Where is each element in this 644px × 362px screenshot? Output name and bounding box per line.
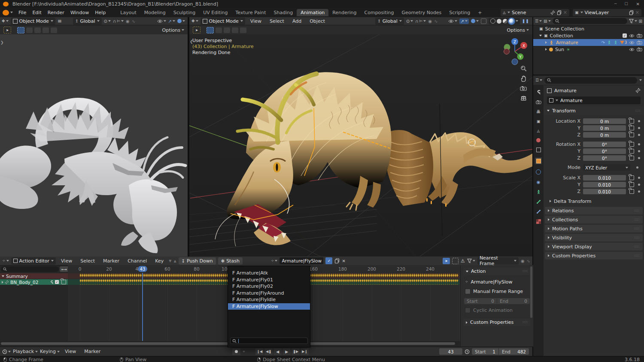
current-frame-field[interactable]: 43 [439,348,462,355]
tab-texture-paint[interactable]: Texture Paint [232,9,270,16]
mode-dropdown[interactable]: Object Mode [11,18,55,25]
object-name-field[interactable]: Armature [547,97,641,104]
dropdown-item-flyslow[interactable]: F Armature|FlySlow [228,303,310,310]
stash-button[interactable]: ✻Stash [218,257,243,265]
dropdown-item-fly02[interactable]: F Armature|Fly02 [228,283,310,290]
channel-bn-body[interactable]: BN_Body_02 ✓ [0,279,68,285]
camera-view-icon[interactable] [520,86,527,91]
close-button[interactable]: ✕ [632,2,644,6]
tab-object-icon[interactable] [535,157,542,164]
menu-key[interactable]: Key [152,256,167,265]
transform-value-field[interactable]: 0° [583,155,626,161]
editor-type-button[interactable]: ☰ [535,19,542,23]
lock-open-icon[interactable] [629,156,634,160]
render-camera-icon[interactable] [637,40,642,45]
lock-open-icon[interactable] [629,189,634,194]
copy-icon[interactable] [557,10,562,15]
end-field[interactable]: End 0 [497,298,530,304]
push-down-button[interactable]: ↧Push Down [179,257,216,265]
options-dropdown[interactable]: Options [507,27,529,33]
lock-open-icon[interactable] [629,149,634,154]
tab-texture-icon[interactable] [536,219,541,224]
mode-dropdown[interactable]: Object Mode [200,18,245,25]
move-up-button[interactable]: ▲ [173,259,176,263]
tab-world-icon[interactable] [536,138,541,142]
viewlayer-selector[interactable]: ▣ ViewLayer ✕ [573,9,641,16]
snap-dropdown[interactable]: ∩⊢ [113,19,124,24]
shading-material-icon[interactable] [503,19,507,24]
outliner-filter-dropdown[interactable] [629,19,637,24]
menu-edit[interactable]: Edit [29,8,44,17]
animate-dot[interactable] [638,120,640,122]
visibility-dropdown[interactable] [157,19,166,23]
auto-keying-button[interactable] [232,348,240,355]
tab-modeling[interactable]: Modeling [140,9,170,16]
tab-shading[interactable]: Shading [270,9,297,16]
overlays-dropdown[interactable] [177,19,185,23]
panel-grip-icon[interactable]: ∷∷ [523,269,528,273]
transform-value-field[interactable]: 0.010 [583,189,626,194]
dropdown-item-flyidle[interactable]: F Armature|FlyIdle [228,296,310,303]
outliner-row-scene-collection[interactable]: ▣ Scene Collection [533,25,644,32]
shading-solid-icon[interactable] [497,19,501,24]
current-frame-badge[interactable]: 43 [138,266,147,272]
transform-value-field[interactable]: 0 m [583,118,626,124]
tab-viewlayer-icon[interactable]: ▣ [537,119,541,124]
jump-to-end-button[interactable]: ▶❙ [301,348,309,355]
modifier-wrench-icon[interactable] [49,280,54,284]
toolbar-expand-chevron[interactable]: ❮ [190,39,193,44]
animate-dot[interactable] [638,150,640,152]
select-difference-button[interactable] [43,27,49,33]
toolbar-expand-chevron[interactable]: ❯ [0,40,4,45]
playhead-line[interactable] [142,273,143,341]
tab-compositing[interactable]: Compositing [361,9,398,16]
zoom-icon[interactable] [520,65,527,72]
pan-hand-icon[interactable] [520,75,527,82]
channel-summary[interactable]: Summary [0,273,68,279]
menu-object[interactable]: Object [307,17,328,25]
filter-dropdown[interactable] [467,259,475,263]
expand-arrow-icon[interactable] [545,41,547,44]
dropdown-item-flyaround[interactable]: F Armature|FlyAround [228,290,310,296]
tab-sculpting[interactable]: Sculpting [170,9,199,16]
collapsed-panel-collections[interactable]: Collections∷∷ [545,216,643,223]
tab-render-icon[interactable] [536,100,541,104]
outliner-row-armature[interactable]: Armature ↷ 3 [533,39,644,46]
transform-orientation-dropdown[interactable]: ↥Global [375,18,404,25]
display-mode-dropdown[interactable]: ▤ [544,19,551,23]
lock-open-icon[interactable] [629,182,634,187]
animate-dot[interactable] [638,177,640,179]
hide-eye-icon[interactable] [629,41,635,45]
tab-animation[interactable]: Animation [297,9,328,16]
cyclic-animation-row[interactable]: Cyclic Animation [465,307,531,314]
lock-open-icon[interactable] [629,142,634,147]
collapsed-panel-motion-paths[interactable]: Motion Paths∷∷ [545,225,643,232]
menu-view[interactable]: View [58,256,75,265]
navigation-gizmo[interactable]: Z X Y [499,36,530,67]
editor-type-button[interactable]: ☲ [535,78,542,82]
new-collection-button[interactable]: ⊞ [639,19,642,24]
collapsed-panel-viewport-display[interactable]: Viewport Display∷∷ [545,243,643,250]
lock-open-icon[interactable] [629,175,634,180]
mute-checkbox[interactable]: ✓ [55,280,59,284]
select-extend-button[interactable] [216,27,222,33]
playback-menu[interactable]: Playback [13,349,38,354]
transform-value-field[interactable]: 0 m [583,125,626,131]
viewport-center-canvas[interactable]: User Perspective (43) Collection | Armat… [189,34,532,256]
panel-grip-icon[interactable]: ∷∷ [635,236,640,240]
breadcrumb-object[interactable]: Armature [554,88,633,94]
render-camera-icon[interactable] [637,47,642,51]
animate-dot[interactable] [638,157,640,159]
snap-dropdown[interactable]: ∩⊢ [415,19,426,24]
expand-arrow-icon[interactable] [2,281,3,284]
tab-uv-editing[interactable]: UV Editing [199,9,231,16]
lock-open-icon[interactable] [629,133,634,137]
tab-scene-icon[interactable]: ◬ [537,129,540,133]
filter-toggle-button[interactable]: ⟷ [60,266,69,272]
start-field[interactable]: Start 0 [464,298,497,304]
animate-dot[interactable] [638,127,640,129]
animate-dot[interactable] [638,143,640,145]
pause-render-button[interactable]: ❚❚ [522,19,529,23]
tab-armature-data-icon[interactable] [536,190,541,194]
select-intersect-button[interactable] [240,27,246,33]
